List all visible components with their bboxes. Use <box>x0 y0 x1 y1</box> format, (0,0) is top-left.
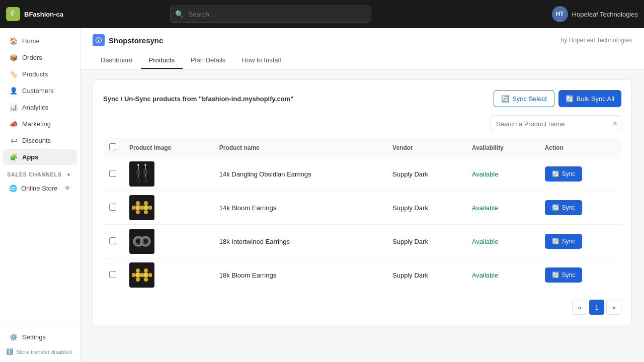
product-name-cell: 18k Intertwined Earrings <box>213 225 386 258</box>
vendor-cell: Supply Dark <box>386 258 466 292</box>
svg-point-0 <box>137 164 139 166</box>
customers-icon: 👤 <box>9 86 18 95</box>
row-checkbox-cell <box>103 225 123 258</box>
sync-row-button-3[interactable]: 🔄 Sync <box>545 234 583 249</box>
eye-icon[interactable]: 👁 <box>64 185 71 192</box>
page-1-button[interactable]: 1 <box>589 300 604 315</box>
row-checkbox-4[interactable] <box>109 271 116 278</box>
table-row: 14k Bloom Earrings Supply Dark Available… <box>103 191 621 225</box>
svg-point-28 <box>136 278 140 282</box>
product-name-cell: 14k Dangling Obsidian Earrings <box>213 157 386 191</box>
svg-point-18 <box>144 210 148 214</box>
sidebar-item-marketing[interactable]: 📣 Marketing <box>3 116 77 132</box>
settings-icon: ⚙️ <box>9 332 18 341</box>
app-title: Shopstoresync <box>93 34 163 46</box>
app-logo-icon <box>93 34 105 46</box>
product-image-cell <box>123 157 213 191</box>
sidebar-item-orders[interactable]: 📦 Orders <box>3 49 77 65</box>
checkbox-header <box>103 138 123 157</box>
action-header: Action <box>539 138 621 157</box>
svg-point-9 <box>144 177 147 183</box>
sync-row-button-1[interactable]: 🔄 Sync <box>545 166 583 182</box>
availability-badge: Available <box>472 238 499 245</box>
sync-actions: 🔄 Sync Select 🔄 Bulk Sync All <box>494 90 621 107</box>
tab-plan-details[interactable]: Plan Details <box>183 52 233 69</box>
page-body: Sync / Un-Sync products from "bfashion-i… <box>80 69 644 335</box>
store-logo-area[interactable]: BFashion-ca <box>6 7 76 21</box>
product-search-bar: × <box>103 115 621 132</box>
search-icon: 🔍 <box>175 10 184 18</box>
row-checkbox-2[interactable] <box>109 204 116 211</box>
sync-card: Sync / Un-Sync products from "bfashion-i… <box>93 79 632 325</box>
vendor-cell: Supply Dark <box>386 157 466 191</box>
sidebar-item-analytics[interactable]: 📊 Analytics <box>3 99 77 115</box>
add-channel-button[interactable]: + <box>65 170 73 178</box>
products-table: Product Image Product name Vendor Availa… <box>103 138 621 292</box>
pagination: « 1 » <box>103 300 621 315</box>
discounts-icon: 🏷 <box>9 136 18 145</box>
bulk-sync-icon: 🔄 <box>566 95 574 103</box>
product-image-cell <box>123 225 213 258</box>
sync-icon: 🔄 <box>501 95 509 103</box>
product-name-header: Product name <box>213 138 386 157</box>
vendor-cell: Supply Dark <box>386 225 466 258</box>
availability-cell: Available <box>466 191 539 225</box>
svg-rect-7 <box>144 170 147 175</box>
bulk-sync-button[interactable]: 🔄 Bulk Sync All <box>558 90 621 107</box>
product-name-cell: 18k Bloom Earrings <box>213 258 386 292</box>
app-name: Shopstoresync <box>109 36 163 45</box>
info-icon: ℹ️ <box>6 348 13 355</box>
select-all-checkbox[interactable] <box>109 143 116 150</box>
tab-dashboard[interactable]: Dashboard <box>93 52 141 69</box>
product-search-input[interactable] <box>491 115 621 132</box>
action-cell: 🔄 Sync <box>539 258 621 292</box>
home-icon: 🏠 <box>9 36 18 45</box>
sync-row-button-4[interactable]: 🔄 Sync <box>545 267 583 283</box>
table-row: 18k Bloom Earrings Supply Dark Available… <box>103 258 621 292</box>
store-transfer-notice: ℹ️ Store transfer disabled <box>0 345 80 358</box>
row-checkbox-cell <box>103 258 123 292</box>
product-image <box>129 262 154 288</box>
search-wrap: × <box>491 115 621 132</box>
action-cell: 🔄 Sync <box>539 157 621 191</box>
product-image <box>129 229 154 254</box>
product-image-cell <box>123 258 213 292</box>
svg-point-11 <box>136 201 140 205</box>
sidebar-item-discounts[interactable]: 🏷 Discounts <box>3 132 77 148</box>
row-checkbox-cell <box>103 191 123 225</box>
row-checkbox-3[interactable] <box>109 237 116 244</box>
sidebar-item-apps[interactable]: 🧩 Apps <box>3 149 77 165</box>
search-input[interactable] <box>170 6 371 23</box>
row-checkbox-1[interactable] <box>109 170 116 177</box>
search-clear-button[interactable]: × <box>613 119 617 128</box>
svg-point-34 <box>144 278 148 282</box>
sidebar-item-settings[interactable]: ⚙️ Settings <box>3 329 77 345</box>
sync-select-button[interactable]: 🔄 Sync Select <box>494 90 554 107</box>
availability-cell: Available <box>466 258 539 292</box>
store-name: BFashion-ca <box>24 11 63 18</box>
topbar: BFashion-ca 🔍 HT Hopeleaf Technologies <box>0 0 644 28</box>
app-header: Shopstoresync by HopeLeaf Technologies D… <box>80 28 644 69</box>
tab-products[interactable]: Products <box>141 52 183 69</box>
next-page-button[interactable]: » <box>606 300 621 315</box>
sidebar-item-customers[interactable]: 👤 Customers <box>3 82 77 99</box>
products-icon: 🏷️ <box>9 69 18 78</box>
svg-point-37 <box>143 273 148 278</box>
prev-page-button[interactable]: « <box>572 300 587 315</box>
topbar-right: HT Hopeleaf Technologies <box>552 6 638 22</box>
tab-how-to-install[interactable]: How to Install <box>233 52 289 69</box>
sync-row-button-2[interactable]: 🔄 Sync <box>545 200 583 215</box>
vendor-cell: Supply Dark <box>386 191 466 225</box>
username-label: Hopeleaf Technologies <box>572 11 638 18</box>
sidebar-item-online-store[interactable]: 🌐 Online Store 👁 <box>3 181 77 196</box>
sidebar-item-products[interactable]: 🏷️ Products <box>3 66 77 82</box>
action-cell: 🔄 Sync <box>539 191 621 225</box>
availability-header: Availability <box>466 138 539 157</box>
sync-row-icon: 🔄 <box>552 204 559 211</box>
availability-badge: Available <box>472 204 499 212</box>
sidebar-item-home[interactable]: 🏠 Home <box>3 33 77 49</box>
availability-badge: Available <box>472 272 499 279</box>
availability-badge: Available <box>472 170 499 178</box>
sync-row-icon: 🔄 <box>552 272 559 279</box>
product-name-cell: 14k Bloom Earrings <box>213 191 386 225</box>
